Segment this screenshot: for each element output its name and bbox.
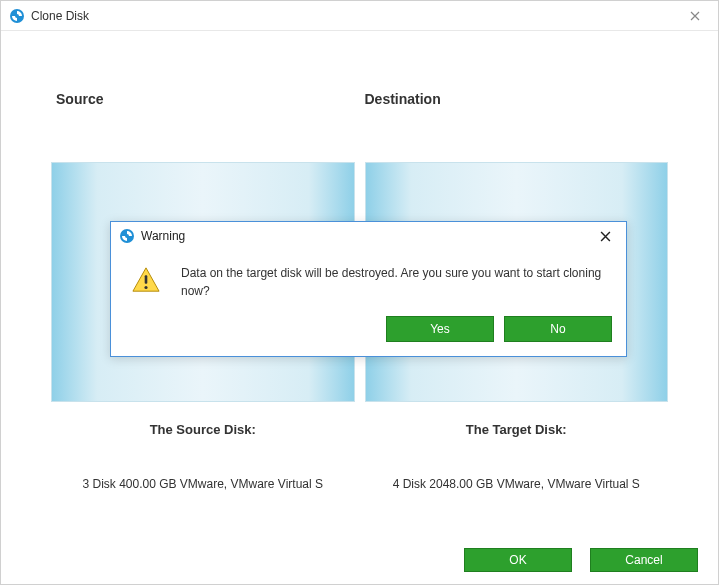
app-icon xyxy=(119,228,135,244)
warning-titlebar: Warning xyxy=(111,222,626,250)
svg-point-3 xyxy=(144,286,147,289)
warning-body: Data on the target disk will be destroye… xyxy=(111,250,626,310)
svg-rect-2 xyxy=(145,275,148,283)
window-title: Clone Disk xyxy=(31,9,89,23)
destination-heading: Destination xyxy=(365,91,669,107)
cancel-button[interactable]: Cancel xyxy=(590,548,698,572)
target-disk-desc: 4 Disk 2048.00 GB VMware, VMware Virtual… xyxy=(365,475,669,493)
titlebar: Clone Disk xyxy=(1,1,718,31)
no-button[interactable]: No xyxy=(504,316,612,342)
warning-dialog: Warning Data on the target disk will be … xyxy=(110,221,627,357)
source-heading: Source xyxy=(51,91,355,107)
warning-footer: Yes No xyxy=(111,310,626,356)
close-icon[interactable] xyxy=(680,4,710,28)
app-icon xyxy=(9,8,25,24)
clone-disk-window: Clone Disk Source The Source Disk: 3 Dis… xyxy=(0,0,719,585)
ok-button[interactable]: OK xyxy=(464,548,572,572)
warning-title: Warning xyxy=(141,229,185,243)
warning-icon xyxy=(131,264,163,300)
yes-button[interactable]: Yes xyxy=(386,316,494,342)
footer-buttons: OK Cancel xyxy=(464,548,698,572)
warning-message: Data on the target disk will be destroye… xyxy=(181,264,604,300)
target-disk-label: The Target Disk: xyxy=(365,422,669,437)
source-disk-desc: 3 Disk 400.00 GB VMware, VMware Virtual … xyxy=(51,475,355,493)
close-icon[interactable] xyxy=(592,225,618,247)
source-disk-label: The Source Disk: xyxy=(51,422,355,437)
